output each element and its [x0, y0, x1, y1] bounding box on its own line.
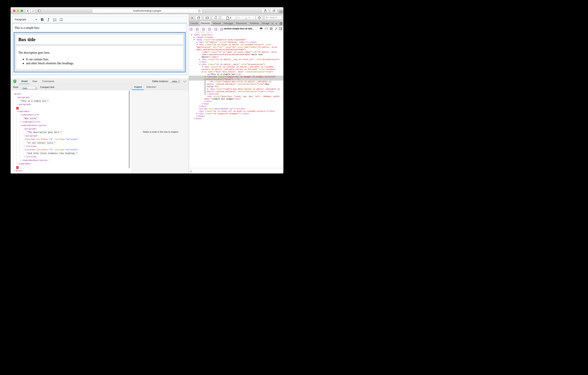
- svg-text:2: 2: [53, 20, 54, 22]
